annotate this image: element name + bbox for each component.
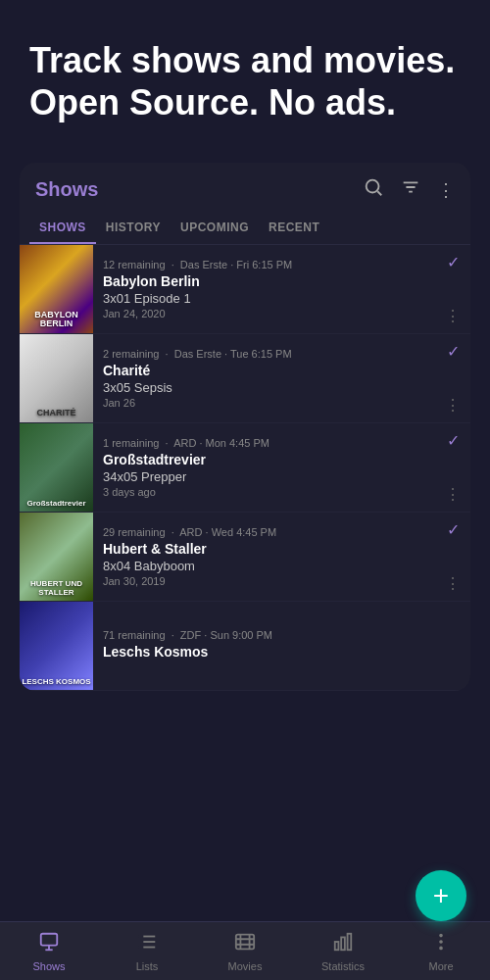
nav-label-more: More <box>428 960 453 972</box>
check-icon[interactable]: ✓ <box>447 253 460 271</box>
svg-point-20 <box>440 947 442 949</box>
nav-label-statistics: Statistics <box>321 960 365 972</box>
hero-section: Track shows and movies. Open Source. No … <box>0 0 490 153</box>
show-item: Großstadtrevier 1 remaining · ARD · Mon … <box>20 423 470 513</box>
show-actions: ✓ ⋮ <box>435 513 470 601</box>
show-name: Charité <box>103 363 427 378</box>
show-actions: ✓ ⋮ <box>435 423 470 512</box>
nav-label-lists: Lists <box>136 960 159 972</box>
show-meta: 12 remaining · Das Erste · Fri 6:15 PM <box>103 259 427 270</box>
header-icons: ⋮ <box>363 176 455 203</box>
show-poster: CHARITÉ <box>20 334 93 422</box>
item-overflow-icon[interactable]: ⋮ <box>445 396 461 415</box>
show-episode: 34x05 Prepper <box>103 469 427 484</box>
show-info: 29 remaining · ARD · Wed 4:45 PM Hubert … <box>93 513 435 601</box>
nav-label-shows: Shows <box>32 960 65 972</box>
svg-point-19 <box>440 941 442 943</box>
show-date: Jan 30, 2019 <box>103 575 427 587</box>
show-info: 12 remaining · Das Erste · Fri 6:15 PM B… <box>93 245 435 333</box>
show-item: BABYLON BERLIN 12 remaining · Das Erste … <box>20 245 470 334</box>
nav-item-more[interactable]: More <box>392 931 490 972</box>
show-poster: HUBERT UND STALLER <box>20 513 93 601</box>
show-info: 1 remaining · ARD · Mon 4:45 PM Großstad… <box>93 423 435 512</box>
add-fab-button[interactable]: + <box>416 870 466 921</box>
item-overflow-icon[interactable]: ⋮ <box>445 485 461 504</box>
show-info: 71 remaining · ZDF · Sun 9:00 PM Leschs … <box>93 602 435 690</box>
svg-line-1 <box>377 192 381 196</box>
show-episode: 3x05 Sepsis <box>103 380 427 395</box>
app-card: Shows ⋮ SHOWS HISTORY UPCOMING RECENT <box>20 163 470 691</box>
show-name: Babylon Berlin <box>103 273 427 289</box>
show-episode: 3x01 Episode 1 <box>103 291 427 306</box>
show-list: BABYLON BERLIN 12 remaining · Das Erste … <box>20 245 470 691</box>
shows-nav-icon <box>38 931 60 957</box>
nav-item-shows[interactable]: Shows <box>0 931 98 972</box>
show-date: Jan 26 <box>103 397 427 409</box>
show-actions: ✓ ⋮ <box>435 334 470 422</box>
svg-rect-16 <box>341 937 345 950</box>
overflow-menu-icon[interactable]: ⋮ <box>437 179 455 201</box>
tabs-bar: SHOWS HISTORY UPCOMING RECENT <box>20 213 470 245</box>
show-info: 2 remaining · Das Erste · Tue 6:15 PM Ch… <box>93 334 435 422</box>
tab-upcoming[interactable]: UPCOMING <box>171 213 259 244</box>
lists-nav-icon <box>136 931 158 957</box>
card-title: Shows <box>35 178 98 201</box>
check-icon[interactable]: ✓ <box>447 342 460 361</box>
svg-rect-14 <box>236 934 254 949</box>
show-name: Leschs Kosmos <box>103 644 427 660</box>
show-item: CHARITÉ 2 remaining · Das Erste · Tue 6:… <box>20 334 470 423</box>
show-meta: 29 remaining · ARD · Wed 4:45 PM <box>103 526 427 538</box>
show-item: HUBERT UND STALLER 29 remaining · ARD · … <box>20 513 470 602</box>
show-meta: 2 remaining · Das Erste · Tue 6:15 PM <box>103 348 427 360</box>
show-date: Jan 24, 2020 <box>103 308 427 319</box>
bottom-navigation: Shows Lists Movies <box>0 921 490 980</box>
search-icon[interactable] <box>363 176 384 203</box>
show-episode: 8x04 Babyboom <box>103 559 427 573</box>
poster-label: HUBERT UND STALLER <box>22 580 91 598</box>
show-poster: LESCHS KOSMOS <box>20 602 93 690</box>
svg-rect-15 <box>335 942 339 950</box>
nav-label-movies: Movies <box>228 960 263 972</box>
tab-shows[interactable]: SHOWS <box>29 213 96 244</box>
show-name: Hubert & Staller <box>103 541 427 557</box>
tab-history[interactable]: HISTORY <box>96 213 171 244</box>
show-meta: 71 remaining · ZDF · Sun 9:00 PM <box>103 629 427 641</box>
filter-icon[interactable] <box>400 176 421 203</box>
movies-nav-icon <box>234 931 256 957</box>
item-overflow-icon[interactable]: ⋮ <box>445 574 461 593</box>
hero-title: Track shows and movies. Open Source. No … <box>29 39 461 123</box>
nav-item-lists[interactable]: Lists <box>98 931 196 972</box>
more-nav-icon <box>430 931 452 957</box>
svg-point-0 <box>367 180 379 193</box>
show-item: LESCHS KOSMOS 71 remaining · ZDF · Sun 9… <box>20 602 470 691</box>
poster-label: BABYLON BERLIN <box>22 311 91 330</box>
svg-rect-5 <box>41 933 58 945</box>
nav-item-movies[interactable]: Movies <box>196 931 294 972</box>
poster-label: CHARITÉ <box>22 409 91 418</box>
check-icon[interactable]: ✓ <box>447 520 460 539</box>
show-poster: BABYLON BERLIN <box>20 245 93 333</box>
show-poster: Großstadtrevier <box>20 423 93 512</box>
show-actions: ✓ ⋮ <box>435 245 470 333</box>
svg-point-18 <box>440 934 442 936</box>
show-meta: 1 remaining · ARD · Mon 4:45 PM <box>103 437 427 449</box>
poster-label: LESCHS KOSMOS <box>22 678 91 687</box>
item-overflow-icon[interactable]: ⋮ <box>445 307 461 325</box>
check-icon[interactable]: ✓ <box>447 431 460 450</box>
show-date: 3 days ago <box>103 486 427 498</box>
svg-rect-17 <box>348 933 352 950</box>
show-actions <box>435 602 470 690</box>
poster-label: Großstadtrevier <box>22 500 91 509</box>
card-header: Shows ⋮ <box>20 163 470 209</box>
show-name: Großstadtrevier <box>103 452 427 467</box>
statistics-nav-icon <box>332 931 354 957</box>
nav-item-statistics[interactable]: Statistics <box>294 931 392 972</box>
tab-recent[interactable]: RECENT <box>259 213 329 244</box>
